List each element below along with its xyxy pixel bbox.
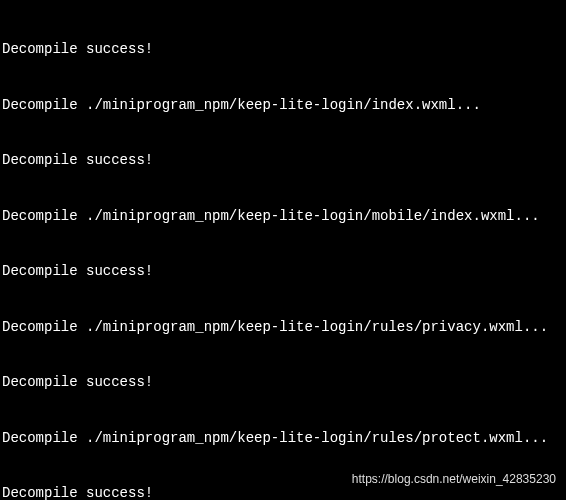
output-line: Decompile ./miniprogram_npm/keep-lite-lo… [2, 318, 564, 337]
output-line: Decompile ./miniprogram_npm/keep-lite-lo… [2, 207, 564, 226]
output-line: Decompile success! [2, 262, 564, 281]
output-line: Decompile success! [2, 40, 564, 59]
output-line: Decompile ./miniprogram_npm/keep-lite-lo… [2, 429, 564, 448]
watermark-text: https://blog.csdn.net/weixin_42835230 [352, 470, 556, 489]
output-line: Decompile ./miniprogram_npm/keep-lite-lo… [2, 96, 564, 115]
output-line: Decompile success! [2, 373, 564, 392]
output-line: Decompile success! [2, 151, 564, 170]
terminal-output: Decompile success! Decompile ./miniprogr… [2, 3, 564, 500]
